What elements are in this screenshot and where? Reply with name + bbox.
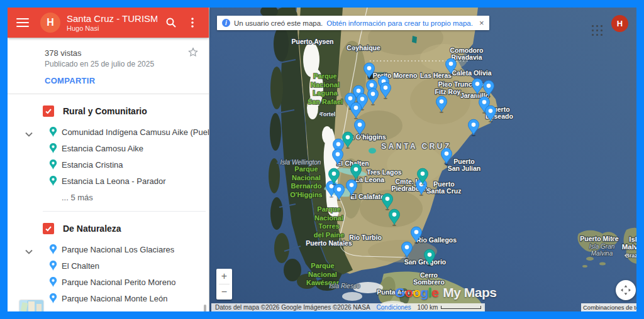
explore-pan-button[interactable]: [616, 280, 636, 300]
layer-rural-comunitario: Rural y Comunitario Comunidad Indígena C…: [8, 94, 209, 212]
place-pin-icon: [49, 277, 57, 288]
account-avatar[interactable]: H: [611, 15, 628, 32]
scale-control: 100 km: [418, 304, 482, 311]
sidebar: H Santa Cruz - TURISMO Hugo Nasi 378 vis…: [8, 8, 209, 311]
google-mymaps-logo: Google My Maps: [395, 285, 497, 300]
layer-item-label: Estancia La Leona - Parador: [62, 176, 166, 186]
layer-title[interactable]: Rural y Comunitario: [63, 106, 147, 116]
city-dot: [463, 95, 465, 97]
layer-checkbox[interactable]: [43, 223, 54, 234]
layer-item-label: Estancia Cristina: [62, 160, 123, 170]
google-apps-icon[interactable]: [591, 24, 604, 38]
city-dot: [384, 291, 386, 293]
google-logo: Google: [395, 285, 438, 300]
map-label: Puerto Natales: [306, 239, 352, 247]
scale-label: 100 km: [418, 304, 438, 311]
four-way-arrows-icon: [620, 284, 631, 296]
layer-item-label: Parque Nacional Los Glaciares: [62, 245, 174, 254]
map-title: Santa Cruz - TURISMO: [67, 13, 157, 24]
layer-title[interactable]: De Naturaleza: [63, 224, 121, 234]
map-title-block: Santa Cruz - TURISMO Hugo Nasi: [67, 13, 157, 32]
mymaps-logo: My Maps: [443, 285, 496, 300]
layer-item-label: El Chalten: [62, 261, 99, 271]
city-dot: [343, 242, 345, 244]
show-more-items[interactable]: ... 26 más: [49, 307, 209, 311]
info-icon: i: [222, 19, 230, 27]
map-label: Puerto Aysen: [292, 38, 334, 45]
layer-checkbox[interactable]: [43, 105, 54, 117]
layer-header: Rural y Comunitario: [8, 102, 209, 122]
city-dot: [352, 47, 353, 49]
zoom-in-button[interactable]: +: [216, 269, 232, 284]
layer-item[interactable]: Parque Nacional Monte León: [49, 291, 209, 306]
city-dot: [424, 75, 426, 77]
basemap-preview[interactable]: [19, 300, 43, 311]
city-dot: [612, 238, 614, 240]
place-pin-icon: [49, 127, 57, 138]
keyboard-shortcuts-button[interactable]: Combinaciones de teclas: [581, 303, 636, 311]
city-dot: [437, 91, 439, 93]
map-attribution: Datos del mapa ©2026 Google Imágenes ©20…: [211, 303, 485, 311]
city-dot: [319, 113, 321, 115]
map-label: Isla GranMalvina: [589, 243, 615, 257]
city-dot: [625, 254, 626, 256]
map-owner-avatar: H: [40, 13, 60, 33]
terms-link[interactable]: Condiciones: [377, 304, 411, 311]
place-pin-icon: [49, 160, 57, 170]
place-pin-icon: [49, 261, 57, 271]
map-meta: 378 vistas Publicado en 25 de julio de 2…: [8, 38, 209, 94]
banner-close-icon[interactable]: ×: [479, 19, 484, 27]
layer-item[interactable]: Estancia La Leona - Parador: [49, 173, 209, 188]
map-info-banner: i Un usuario creó este mapa. Obtén infor…: [217, 16, 489, 30]
layer-item[interactable]: El Chalten: [49, 258, 209, 273]
map-label: la O'higgins: [348, 133, 386, 141]
sidebar-scrollbar[interactable]: [204, 305, 206, 311]
menu-icon[interactable]: [16, 18, 29, 27]
search-icon[interactable]: [164, 15, 179, 30]
show-more-items[interactable]: ... 5 más: [49, 190, 209, 205]
city-dot: [359, 179, 361, 181]
city-dot: [422, 239, 424, 241]
share-button[interactable]: COMPARTIR: [45, 76, 95, 85]
views-count: 378 vistas: [45, 48, 196, 58]
sidebar-header: H Santa Cruz - TURISMO Hugo Nasi: [8, 8, 209, 38]
zoom-out-button[interactable]: −: [216, 284, 232, 300]
map-label: ComodoroRivadavia: [450, 46, 483, 61]
layer-de-naturaleza: De Naturaleza Parque Nacional Los Glacia…: [8, 212, 209, 311]
map-label: SANTA CRUZ: [381, 142, 452, 151]
zoom-control: + −: [216, 269, 232, 300]
layer-item[interactable]: Comunidad Indígena Camusu Aike (Pueblo T…: [49, 124, 209, 139]
star-icon[interactable]: [187, 46, 199, 60]
layer-item[interactable]: Estancia Camosu Aike: [49, 141, 209, 156]
city-dot: [446, 84, 448, 85]
place-pin-icon: [49, 244, 57, 255]
scale-bar: [441, 306, 481, 309]
attribution-text: Datos del mapa ©2026 Google Imágenes ©20…: [215, 304, 370, 311]
banner-link[interactable]: Obtén información para crear tu propio m…: [326, 19, 473, 27]
layer-item-label: Estancia Camosu Aike: [62, 144, 143, 153]
map-label: San Gregorio: [404, 258, 447, 266]
map-label: Braz: [625, 252, 636, 259]
place-pin-icon: [49, 176, 57, 187]
map-label: Río Turbio: [349, 234, 382, 241]
city-dot: [372, 171, 374, 173]
map-label: Isla Wellington: [280, 159, 321, 166]
more-options-icon[interactable]: [185, 15, 200, 30]
map-label: El Calafate: [350, 193, 384, 200]
layer-item-label: Parque Nacional Perito Moreno: [62, 278, 175, 287]
map-canvas[interactable]: Puerto AysenCoyhaiqueComodoroRivadaviaCa…: [209, 8, 636, 311]
map-author: Hugo Nasi: [67, 24, 157, 32]
banner-text: Un usuario creó este mapa.: [234, 19, 323, 27]
map-label: Tortel: [320, 111, 335, 117]
layer-item[interactable]: Parque Nacional Los Glaciares: [49, 242, 209, 257]
layer-header: De Naturaleza: [8, 219, 209, 239]
chevron-down-icon[interactable]: [25, 124, 33, 205]
layer-item[interactable]: Parque Nacional Perito Moreno: [49, 274, 209, 289]
map-label: ParqueNacionalBernardoO'Higgins: [290, 165, 323, 198]
layer-item[interactable]: Estancia Cristina: [49, 157, 209, 172]
satellite-map: Puerto AysenCoyhaiqueComodoroRivadaviaCa…: [209, 8, 636, 311]
layer-item-label: Parque Nacional Monte León: [62, 294, 167, 303]
sidebar-content: 378 vistas Publicado en 25 de julio de 2…: [8, 38, 209, 311]
mymaps-app: H Santa Cruz - TURISMO Hugo Nasi 378 vis…: [8, 8, 636, 311]
place-pin-icon: [49, 293, 57, 304]
